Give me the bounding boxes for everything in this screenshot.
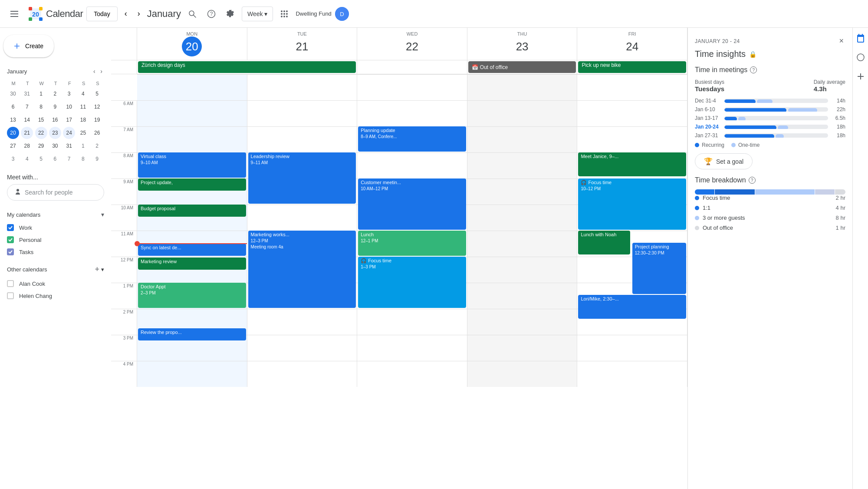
mini-cal-day[interactable]: 6 xyxy=(49,153,61,165)
event-budget-proposal[interactable]: Budget proposal xyxy=(138,205,246,217)
day-num-fri[interactable]: 24 xyxy=(622,36,642,56)
mini-cal-day[interactable]: 12 xyxy=(91,101,103,113)
day-num-tue[interactable]: 21 xyxy=(292,36,312,56)
other-cal-checkbox-alan[interactable] xyxy=(7,280,14,287)
event-lunch-wed[interactable]: Lunch 12–1 PM xyxy=(358,231,466,256)
time-grid-wrapper[interactable]: 6 AM 7 AM 8 AM 9 AM 10 AM 11 AM 12 PM 1 … xyxy=(111,74,687,489)
mini-cal-day[interactable]: 8 xyxy=(35,101,47,113)
mini-cal-day[interactable]: 3 xyxy=(63,88,75,100)
calendar-item-personal[interactable]: Personal xyxy=(5,234,106,246)
apps-button[interactable] xyxy=(276,6,292,22)
mini-cal-day[interactable]: 19 xyxy=(91,114,103,126)
mini-cal-prev[interactable]: ‹ xyxy=(92,66,97,76)
set-goal-button[interactable]: 🏆 Set a goal xyxy=(695,153,753,169)
mini-cal-day[interactable]: 14 xyxy=(21,114,33,126)
right-sidebar-add-icon[interactable] xyxy=(854,69,868,85)
mini-cal-day[interactable]: 16 xyxy=(49,114,61,126)
help-icon-meetings[interactable]: ? xyxy=(750,66,757,73)
day-num-wed[interactable]: 22 xyxy=(402,36,422,56)
event-project-update[interactable]: Project update, xyxy=(138,178,246,191)
mini-cal-day[interactable]: 31 xyxy=(63,140,75,152)
day-col-wed[interactable]: Planning update 8–9 AM, Confere... Custo… xyxy=(357,74,467,387)
create-button[interactable]: + Create xyxy=(3,35,54,57)
mini-cal-day[interactable]: 7 xyxy=(21,101,33,113)
other-cal-item-alan[interactable]: Alan Cook xyxy=(5,278,106,290)
mini-cal-day[interactable]: 26 xyxy=(91,127,103,139)
event-doctor-appt[interactable]: Doctor Appt 2–3 PM xyxy=(138,283,246,308)
menu-button[interactable] xyxy=(7,7,22,21)
mini-cal-day[interactable]: 6 xyxy=(7,101,19,113)
event-project-planning[interactable]: Project planning 12:30–2:30 PM xyxy=(632,243,686,294)
event-customer-meeting[interactable]: Customer meetin... 10 AM–12 PM xyxy=(358,178,466,230)
calendar-checkbox-work[interactable] xyxy=(7,224,14,231)
mini-cal-day[interactable]: 30 xyxy=(49,140,61,152)
event-review-prop[interactable]: Review the propo... xyxy=(138,328,246,340)
mini-cal-day[interactable]: 9 xyxy=(91,153,103,165)
mini-cal-day[interactable]: 25 xyxy=(77,127,89,139)
mini-cal-day[interactable]: 30 xyxy=(7,88,19,100)
mini-cal-day[interactable]: 13 xyxy=(7,114,19,126)
my-calendars-header[interactable]: My calendars ▾ xyxy=(5,208,106,221)
calendar-item-tasks[interactable]: Tasks xyxy=(5,246,106,258)
calendar-item-work[interactable]: Work xyxy=(5,221,106,234)
event-planning-update[interactable]: Planning update 8–9 AM, Confere... xyxy=(358,126,466,152)
view-select[interactable]: Week ▾ xyxy=(242,7,273,21)
help-button[interactable]: ? xyxy=(204,6,219,22)
mini-cal-day[interactable]: 11 xyxy=(77,101,89,113)
day-col-tue[interactable]: Leadership review 9–11 AM Marketing work… xyxy=(247,74,358,387)
mini-cal-day[interactable]: 4 xyxy=(77,88,89,100)
event-lori-mike[interactable]: Lori/Mike, 2:30–... xyxy=(578,295,686,319)
mini-cal-day[interactable]: 24 xyxy=(63,127,75,139)
mini-cal-day[interactable]: 1 xyxy=(77,140,89,152)
allday-event-pick-up-bike[interactable]: Pick up new bike xyxy=(578,61,686,73)
day-num-mon[interactable]: 20 xyxy=(182,36,202,56)
mini-cal-day[interactable]: 27 xyxy=(7,140,19,152)
mini-cal-day[interactable]: 3 xyxy=(7,153,19,165)
event-focus-wed[interactable]: 🎧 Focus time 1–3 PM xyxy=(358,257,466,308)
people-search[interactable]: Search for people xyxy=(7,184,104,201)
mini-cal-day[interactable]: 23 xyxy=(49,127,61,139)
mini-cal-day[interactable]: 21 xyxy=(21,127,33,139)
right-sidebar-calendar-icon[interactable] xyxy=(854,31,868,47)
mini-cal-day[interactable]: 2 xyxy=(49,88,61,100)
day-col-fri[interactable]: Meet Janice, 9–... 🎧 Focus time 10–12 PM… xyxy=(577,74,687,387)
search-button[interactable] xyxy=(184,6,200,22)
event-marketing-review[interactable]: Marketing review xyxy=(138,258,246,270)
event-marketing-workshop[interactable]: Marketing works... 12–3 PM Meeting room … xyxy=(248,231,356,308)
mini-cal-day[interactable]: 9 xyxy=(49,101,61,113)
mini-cal-day[interactable]: 31 xyxy=(21,88,33,100)
mini-cal-day[interactable]: 15 xyxy=(35,114,47,126)
mini-cal-day[interactable]: 5 xyxy=(91,88,103,100)
mini-cal-day-today[interactable]: 20 xyxy=(7,127,19,139)
mini-cal-day[interactable]: 10 xyxy=(63,101,75,113)
day-num-thu[interactable]: 23 xyxy=(512,36,532,56)
mini-cal-next[interactable]: › xyxy=(99,66,104,76)
day-col-thu[interactable] xyxy=(467,74,578,387)
event-meet-janice[interactable]: Meet Janice, 9–... xyxy=(578,152,686,176)
mini-cal-day[interactable]: 29 xyxy=(35,140,47,152)
calendar-checkbox-personal[interactable] xyxy=(7,236,14,243)
insights-close-button[interactable]: × xyxy=(837,35,845,47)
mini-cal-day[interactable]: 28 xyxy=(21,140,33,152)
other-cal-item-helen[interactable]: Helen Chang xyxy=(5,290,106,302)
add-other-cal-icon[interactable]: + xyxy=(95,265,99,274)
other-calendars-header[interactable]: Other calendars + ▾ xyxy=(5,261,106,278)
help-icon-breakdown[interactable]: ? xyxy=(749,177,756,184)
account-area[interactable]: Dwelling Fund D xyxy=(296,7,349,21)
mini-cal-day[interactable]: 1 xyxy=(35,88,47,100)
day-col-mon[interactable]: Virtual class 9–10 AM Project update, Bu… xyxy=(137,74,247,387)
next-arrow[interactable]: › xyxy=(134,6,144,22)
right-sidebar-circle-icon[interactable] xyxy=(854,50,868,66)
event-leadership-review[interactable]: Leadership review 9–11 AM xyxy=(248,152,356,204)
mini-cal-day[interactable]: 7 xyxy=(63,153,75,165)
today-button[interactable]: Today xyxy=(86,7,117,21)
prev-arrow[interactable]: ‹ xyxy=(121,6,131,22)
event-sync-latest[interactable]: Sync on latest de... xyxy=(138,244,246,256)
calendar-checkbox-tasks[interactable] xyxy=(7,248,14,255)
mini-cal-day[interactable]: 5 xyxy=(35,153,47,165)
mini-cal-day[interactable]: 18 xyxy=(77,114,89,126)
other-cal-checkbox-helen[interactable] xyxy=(7,292,14,299)
allday-event-zurich[interactable]: Zürich design days xyxy=(138,61,356,73)
mini-cal-day[interactable]: 2 xyxy=(91,140,103,152)
mini-cal-day[interactable]: 22 xyxy=(35,127,47,139)
